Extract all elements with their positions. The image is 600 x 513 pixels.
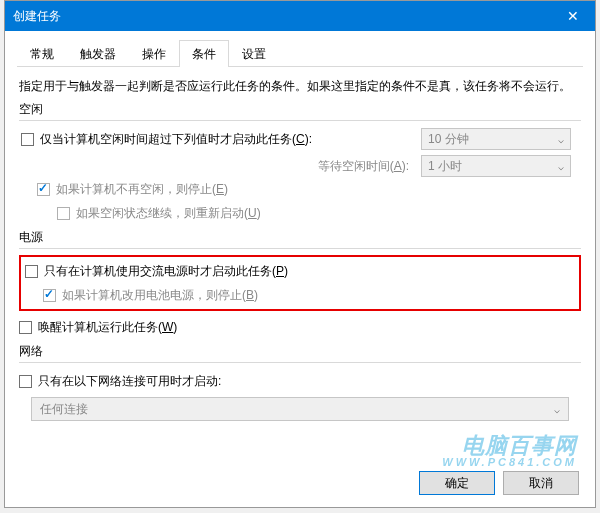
combo-idle-wait[interactable]: 1 小时 ⌵ [421, 155, 571, 177]
section-network: 网络 [19, 343, 581, 363]
checkbox-power-battery[interactable] [43, 289, 56, 302]
dialog-title: 创建任务 [13, 8, 61, 25]
label-power-wake: 唤醒计算机运行此任务(W) [38, 319, 177, 336]
ok-button[interactable]: 确定 [419, 471, 495, 495]
label-power-battery: 如果计算机改用电池电源，则停止(B) [62, 287, 258, 304]
label-power-ac: 只有在计算机使用交流电源时才启动此任务(P) [44, 263, 288, 280]
label-idle-start: 仅当计算机空闲时间超过下列值时才启动此任务(C): [40, 131, 312, 148]
close-icon: ✕ [567, 9, 579, 23]
dialog-frame: 创建任务 ✕ 常规 触发器 操作 条件 设置 指定用于与触发器一起判断是否应运行… [4, 0, 596, 508]
chevron-down-icon: ⌵ [558, 161, 564, 172]
cancel-button[interactable]: 取消 [503, 471, 579, 495]
tab-settings[interactable]: 设置 [229, 40, 279, 67]
checkbox-idle-restart[interactable] [57, 207, 70, 220]
combo-idle-wait-value: 1 小时 [428, 158, 462, 175]
checkbox-idle-stop[interactable] [37, 183, 50, 196]
combo-network-connection-value: 任何连接 [40, 401, 88, 418]
tab-triggers[interactable]: 触发器 [67, 40, 129, 67]
highlight-box: 只有在计算机使用交流电源时才启动此任务(P) 如果计算机改用电池电源，则停止(B… [19, 255, 581, 311]
conditions-description: 指定用于与触发器一起判断是否应运行此任务的条件。如果这里指定的条件不是真，该任务… [19, 77, 581, 95]
checkbox-power-ac[interactable] [25, 265, 38, 278]
tab-conditions[interactable]: 条件 [179, 40, 229, 67]
label-idle-wait: 等待空闲时间(A): [318, 158, 409, 175]
watermark: 电脑百事网 WWW.PC841.COM [442, 434, 577, 469]
tab-bar: 常规 触发器 操作 条件 设置 [17, 39, 583, 67]
label-idle-restart: 如果空闲状态继续，则重新启动(U) [76, 205, 261, 222]
chevron-down-icon: ⌵ [554, 404, 560, 415]
checkbox-power-wake[interactable] [19, 321, 32, 334]
checkbox-idle-start[interactable] [21, 133, 34, 146]
button-bar: 确定 取消 [419, 471, 579, 495]
combo-idle-duration-value: 10 分钟 [428, 131, 469, 148]
chevron-down-icon: ⌵ [558, 134, 564, 145]
combo-idle-duration[interactable]: 10 分钟 ⌵ [421, 128, 571, 150]
tab-general[interactable]: 常规 [17, 40, 67, 67]
checkbox-network-start[interactable] [19, 375, 32, 388]
label-network-start: 只有在以下网络连接可用时才启动: [38, 373, 221, 390]
combo-network-connection[interactable]: 任何连接 ⌵ [31, 397, 569, 421]
dialog-body: 常规 触发器 操作 条件 设置 指定用于与触发器一起判断是否应运行此任务的条件。… [5, 31, 595, 507]
label-idle-stop: 如果计算机不再空闲，则停止(E) [56, 181, 228, 198]
section-idle: 空闲 [19, 101, 581, 121]
tab-actions[interactable]: 操作 [129, 40, 179, 67]
close-button[interactable]: ✕ [550, 1, 595, 31]
section-power: 电源 [19, 229, 581, 249]
titlebar: 创建任务 ✕ [5, 1, 595, 31]
